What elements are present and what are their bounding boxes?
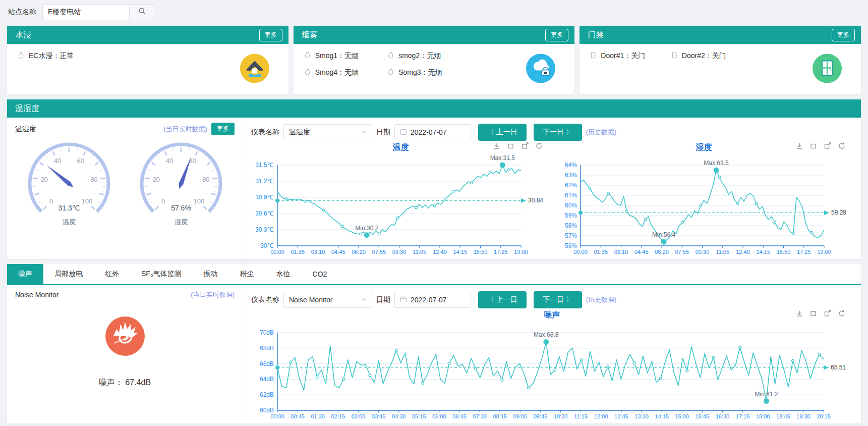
- noise-next-day-button[interactable]: 下一日 〉: [534, 291, 582, 308]
- svg-text:08:15: 08:15: [493, 413, 507, 419]
- tab-partial-discharge[interactable]: 局部放电: [43, 264, 94, 284]
- svg-text:17:25: 17:25: [494, 249, 508, 255]
- svg-text:温度: 温度: [392, 142, 409, 151]
- refresh-icon[interactable]: [838, 142, 846, 150]
- svg-text:10:30: 10:30: [554, 413, 568, 419]
- data-zoom-icon[interactable]: [809, 142, 818, 150]
- noise-section: Noise Monitor (当日实时数据) 噪声： 67.4dB 仪表名称 N…: [7, 285, 861, 423]
- noise-date-input[interactable]: 2022-07-07: [394, 292, 471, 308]
- door-card-title: 门禁: [588, 30, 604, 40]
- tab-infrared[interactable]: 红外: [94, 264, 130, 284]
- temperature-chart: 温度31.5℃31.2℃30.9℃30.6℃30.3℃30℃00:0001:35…: [251, 142, 550, 257]
- tab-dust[interactable]: 粉尘: [229, 264, 265, 284]
- svg-text:56%: 56%: [564, 242, 576, 249]
- svg-text:Min:61.2: Min:61.2: [755, 391, 778, 398]
- svg-text:57.6%: 57.6%: [171, 204, 191, 212]
- status-cards-row: 水浸 更多 EC水浸：正常 烟雾 更多 Smog1：无烟 smog2：无烟 Sm…: [7, 26, 861, 94]
- noise-left-panel: Noise Monitor (当日实时数据) 噪声： 67.4dB: [7, 285, 243, 423]
- svg-text:06:00: 06:00: [432, 413, 446, 419]
- smoke-item: Smog1：无烟: [304, 51, 382, 61]
- smoke-icon: [304, 68, 311, 77]
- humidity-chart: 湿度64%63%62%61%60%59%58%57%56%00:0001:350…: [554, 142, 853, 257]
- chart-toolbox: [795, 309, 846, 317]
- door-item: Door#1：关门: [590, 51, 670, 61]
- zoom-restore-icon[interactable]: [824, 142, 832, 150]
- noise-chart: 噪声70dB68dB66dB64dB62dB60dB00:0000:4501:3…: [251, 309, 853, 421]
- svg-text:14:15: 14:15: [453, 249, 467, 255]
- zoom-restore-icon[interactable]: [521, 142, 529, 150]
- data-zoom-icon[interactable]: [507, 142, 515, 150]
- save-image-icon[interactable]: [795, 309, 803, 317]
- tab-noise[interactable]: 噪声: [7, 264, 43, 284]
- svg-text:58%: 58%: [564, 222, 576, 229]
- next-day-button[interactable]: 下一日 〉: [534, 124, 582, 141]
- svg-text:19:30: 19:30: [796, 413, 811, 419]
- tab-sf6-gas[interactable]: SF₆气体监测: [130, 264, 193, 284]
- temphum-more-button[interactable]: 更多: [211, 123, 235, 135]
- smoke-item-text: Somg3：无烟: [398, 68, 442, 77]
- smoke-item-text: Smog4：无烟: [315, 68, 359, 77]
- smoke-items: Smog1：无烟 smog2：无烟 Smog4：无烟 Somg3：无烟: [304, 51, 466, 84]
- svg-text:0: 0: [49, 197, 53, 205]
- smoke-more-button[interactable]: 更多: [545, 29, 568, 41]
- save-image-icon[interactable]: [493, 142, 501, 150]
- svg-text:31.3℃: 31.3℃: [58, 204, 80, 212]
- chart-toolbox: [493, 142, 543, 150]
- svg-text:07:55: 07:55: [675, 249, 689, 255]
- svg-text:20: 20: [40, 176, 47, 183]
- humidity-gauge: 02040608010057.6%湿度: [127, 137, 236, 236]
- noise-panel-label: Noise Monitor: [15, 291, 59, 299]
- svg-text:80: 80: [90, 176, 97, 183]
- smoke-item-text: smog2：无烟: [398, 51, 441, 61]
- door-more-button[interactable]: 更多: [832, 29, 855, 41]
- svg-text:00:00: 00:00: [270, 413, 284, 419]
- svg-text:40: 40: [54, 157, 61, 165]
- temphum-realtime-link[interactable]: (当日实时数据): [163, 125, 207, 134]
- tab-co2[interactable]: CO2: [302, 264, 338, 284]
- noise-prev-day-button[interactable]: 〈 上一日: [478, 291, 527, 308]
- save-image-icon[interactable]: [795, 142, 803, 150]
- noise-history-link[interactable]: (历史数据): [586, 295, 617, 304]
- history-data-link[interactable]: (历史数据): [586, 128, 617, 137]
- svg-text:60dB: 60dB: [260, 407, 274, 414]
- svg-text:Min:30.2: Min:30.2: [355, 225, 378, 232]
- tab-water-level[interactable]: 水位: [265, 264, 302, 284]
- svg-text:06:20: 06:20: [655, 249, 669, 255]
- water-item: EC水浸：正常: [17, 51, 278, 61]
- noise-right-panel: 仪表名称 Noise Monitor 日期 2022-07-07 〈 上一日 下…: [243, 285, 861, 423]
- noise-date-value: 2022-07-07: [411, 296, 447, 304]
- prev-day-button[interactable]: 〈 上一日: [478, 124, 527, 141]
- svg-text:02:15: 02:15: [331, 413, 345, 419]
- svg-text:Min:56.4: Min:56.4: [652, 231, 675, 238]
- site-name-input[interactable]: [42, 4, 129, 20]
- tab-vibration[interactable]: 振动: [193, 264, 229, 284]
- noise-meter-select[interactable]: Noise Monitor: [283, 292, 372, 308]
- svg-text:03:45: 03:45: [372, 413, 386, 419]
- svg-text:59%: 59%: [564, 212, 576, 219]
- meter-select[interactable]: 温湿度: [283, 124, 372, 140]
- date-input[interactable]: 2022-07-07: [394, 124, 471, 140]
- zoom-restore-icon[interactable]: [824, 309, 832, 317]
- refresh-icon[interactable]: [535, 142, 543, 150]
- noise-status-icon: [105, 316, 145, 357]
- svg-text:06:45: 06:45: [452, 413, 467, 419]
- svg-text:60%: 60%: [564, 202, 576, 209]
- noise-controls: 仪表名称 Noise Monitor 日期 2022-07-07 〈 上一日 下…: [251, 291, 853, 308]
- svg-text:17:15: 17:15: [736, 413, 750, 419]
- door-item-text: Door#2：关门: [682, 51, 726, 61]
- date-label: 日期: [376, 295, 390, 304]
- search-button[interactable]: [129, 4, 155, 20]
- noise-reading: 噪声： 67.4dB: [15, 378, 235, 388]
- svg-text:18:45: 18:45: [776, 413, 790, 419]
- temphum-charts-row: 温度31.5℃31.2℃30.9℃30.6℃30.3℃30℃00:0001:35…: [251, 142, 853, 257]
- water-card-body: EC水浸：正常: [7, 44, 288, 94]
- data-zoom-icon[interactable]: [809, 309, 818, 317]
- water-more-button[interactable]: 更多: [259, 29, 282, 41]
- svg-text:70dB: 70dB: [260, 329, 274, 336]
- water-card-title: 水浸: [15, 30, 31, 40]
- noise-realtime-link[interactable]: (当日实时数据): [191, 290, 235, 299]
- noise-body: Noise Monitor (当日实时数据) 噪声： 67.4dB 仪表名称 N…: [7, 285, 861, 423]
- refresh-icon[interactable]: [838, 309, 846, 317]
- date-label: 日期: [376, 128, 390, 137]
- water-status-icon: [240, 54, 269, 85]
